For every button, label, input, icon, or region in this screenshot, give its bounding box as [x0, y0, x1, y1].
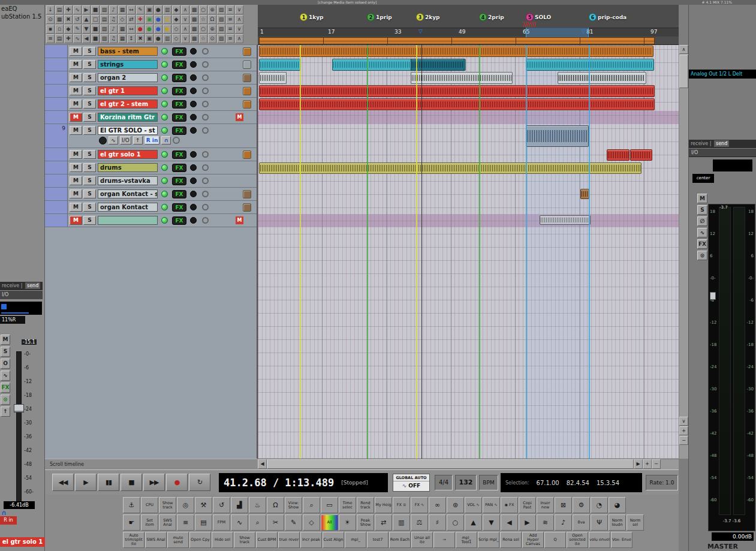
- record-arm-button[interactable]: [190, 151, 197, 158]
- toolbar-button[interactable]: ⊠: [555, 497, 572, 513]
- toolbar-icon[interactable]: ▦: [118, 25, 126, 34]
- toolbar-icon[interactable]: ◆: [64, 25, 73, 34]
- ruler-marker[interactable]: 6 prip-coda: [589, 13, 627, 21]
- toolbar-icon[interactable]: ▩: [190, 5, 198, 14]
- toolbar-button[interactable]: ⚙: [573, 497, 590, 513]
- toolbar-icon[interactable]: ✎: [136, 5, 144, 14]
- fx-button[interactable]: FX: [172, 203, 186, 212]
- toolbar-icon[interactable]: ▨: [217, 25, 225, 34]
- toolbar-icon[interactable]: ↓: [46, 5, 55, 14]
- toolbar-icon[interactable]: ▨: [217, 15, 225, 24]
- toolbar-icon[interactable]: ●: [154, 15, 162, 24]
- record-arm-button[interactable]: [190, 88, 197, 94]
- toolbar-button[interactable]: ✎: [285, 514, 302, 531]
- track-color-strip[interactable]: [45, 98, 68, 110]
- toolbar-icon[interactable]: ✖: [136, 34, 144, 43]
- solo-button[interactable]: S: [83, 100, 96, 109]
- toolbar-button[interactable]: true rever: [278, 532, 300, 548]
- toolbar-button[interactable]: ▶: [519, 514, 536, 531]
- send-tab[interactable]: send: [714, 140, 729, 147]
- fx-button[interactable]: FX: [172, 87, 186, 95]
- toolbar-button[interactable]: Show track: [234, 532, 255, 548]
- power-icon[interactable]: [161, 61, 168, 68]
- toolbar-button[interactable]: ◇: [303, 514, 320, 531]
- timeline-ruler[interactable]: 1173349658197 1 1kyp 2 1prip 3 2kyp 4 2p…: [258, 5, 679, 45]
- toolbar-button[interactable]: ⚒: [195, 497, 212, 513]
- media-item[interactable]: [540, 215, 591, 225]
- playrate-control[interactable]: Rate: 1.0: [646, 475, 678, 490]
- mute-button[interactable]: M: [70, 189, 82, 198]
- toolbar-icon[interactable]: ▥: [163, 15, 171, 24]
- zoom-out-button[interactable]: −: [652, 459, 661, 469]
- media-item[interactable]: [580, 189, 589, 199]
- toolbar-icon[interactable]: ≡: [226, 5, 234, 14]
- vscroll-thumb[interactable]: [679, 55, 688, 88]
- toolbar-button[interactable]: Open selected ite: [567, 532, 588, 548]
- power-icon[interactable]: [161, 177, 168, 184]
- track-name[interactable]: strings: [98, 60, 158, 69]
- toolbar-button[interactable]: ⌕: [303, 497, 320, 513]
- toolbar-icon[interactable]: ▦: [55, 15, 64, 24]
- volume-fader-handle[interactable]: [14, 404, 24, 413]
- solo-button[interactable]: S: [83, 176, 96, 185]
- transport-button[interactable]: ●: [166, 474, 188, 491]
- toolbar-button[interactable]: Ψ: [591, 514, 608, 531]
- master-channel-button[interactable]: FX: [697, 239, 707, 249]
- toolbar-button[interactable]: Rem Each: [389, 532, 411, 548]
- output-routing-label[interactable]: Analog Out 1/2 L Delt: [689, 70, 756, 79]
- media-item[interactable]: [630, 149, 652, 161]
- region-bar[interactable]: [259, 37, 655, 44]
- toolbar-button[interactable]: Auto trim/split ite: [123, 532, 144, 548]
- channel-button[interactable]: ⊙: [1, 395, 10, 405]
- fx-button[interactable]: FX: [172, 47, 186, 56]
- mute-button[interactable]: M: [70, 100, 82, 109]
- receive-send-bar[interactable]: receive | send: [689, 140, 756, 148]
- toolbar-icon[interactable]: ▼: [82, 25, 91, 34]
- toolbar-button[interactable]: Cust Align: [323, 532, 344, 548]
- record-arm-button[interactable]: [190, 204, 197, 210]
- toolbar-button[interactable]: ≡: [177, 514, 194, 531]
- toolbar-icon[interactable]: ✖: [64, 15, 73, 24]
- toolbar-button[interactable]: Open Cpy: [189, 532, 211, 548]
- toolbar-icon[interactable]: ●: [145, 25, 153, 34]
- fader-track[interactable]: [16, 351, 22, 502]
- media-item[interactable]: [558, 72, 646, 84]
- track-name[interactable]: drums-vstavka: [98, 176, 158, 185]
- envelope-button[interactable]: [202, 88, 209, 94]
- toolbar-icon[interactable]: ▤: [55, 34, 64, 43]
- track-color-strip[interactable]: [45, 214, 68, 227]
- record-arm-button[interactable]: [190, 191, 197, 197]
- toolbar-button[interactable]: ♪: [555, 514, 572, 531]
- track-name[interactable]: organ 2: [98, 73, 158, 82]
- toolbar-button[interactable]: ✂: [267, 514, 284, 531]
- toolbar-icon[interactable]: ∨: [235, 25, 243, 34]
- toolbar-button[interactable]: ⚓: [123, 497, 140, 513]
- toolbar-button[interactable]: SWS Anal: [145, 532, 167, 548]
- track-name[interactable]: bass - stem: [98, 47, 158, 56]
- tempo-value[interactable]: 132: [455, 475, 477, 490]
- toolbar-button[interactable]: ↺: [213, 497, 230, 513]
- solo-button[interactable]: S: [83, 150, 96, 159]
- toolbar-icon[interactable]: ☆: [199, 15, 207, 24]
- toolbar-icon[interactable]: ∿: [73, 34, 82, 43]
- envelope-button[interactable]: [202, 127, 209, 134]
- toolbar-button[interactable]: Norm sel: [627, 514, 644, 531]
- toolbar-icon[interactable]: ▧: [100, 5, 109, 14]
- toolbar-button[interactable]: Rena sel: [500, 532, 522, 548]
- master-channel-button[interactable]: M: [697, 194, 707, 203]
- toolbar-icon[interactable]: ∧: [235, 15, 243, 24]
- toolbar-button[interactable]: Q: [544, 532, 566, 548]
- toolbar-icon[interactable]: ●: [136, 25, 144, 34]
- toolbar-button[interactable]: ∿: [231, 514, 248, 531]
- mute-button[interactable]: M: [70, 73, 82, 82]
- toolbar-button[interactable]: All: [321, 514, 338, 531]
- toolbar-button[interactable]: ◉ FX: [501, 497, 518, 513]
- media-item[interactable]: [259, 72, 287, 84]
- record-input-button[interactable]: R in: [144, 136, 160, 144]
- channel-button[interactable]: S: [1, 347, 10, 357]
- envelope-button[interactable]: [202, 217, 209, 224]
- fx-button[interactable]: FX: [172, 61, 186, 69]
- ruler-marker[interactable]: 2 1prip: [367, 13, 392, 21]
- solo-button[interactable]: S: [83, 126, 96, 135]
- scroll-right-button[interactable]: ▶: [634, 459, 643, 469]
